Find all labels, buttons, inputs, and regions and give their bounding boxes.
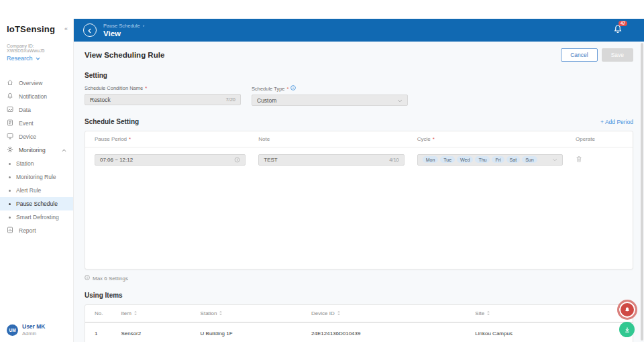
sidebar-subitem-label: Alert Rule <box>16 187 41 194</box>
clock-icon <box>234 157 240 163</box>
delete-period-button[interactable] <box>576 154 623 166</box>
sidebar-subitem-label: Smart Defrosting <box>16 214 59 221</box>
bell-icon <box>7 93 13 101</box>
schedule-type-value: Custom <box>257 97 276 104</box>
required-mark: * <box>433 136 435 142</box>
col-pause-period: Pause Period <box>95 136 127 142</box>
sort-item-header[interactable]: Item <box>121 310 200 317</box>
cell-station: U Building 1F <box>201 330 311 337</box>
notification-badge: 47 <box>619 21 627 27</box>
download-fab-button[interactable] <box>619 322 635 337</box>
sidebar-item-device[interactable]: Device <box>0 130 73 143</box>
sidebar-subitem-smart-defrosting[interactable]: Smart Defrosting <box>0 210 73 224</box>
day-chip-sun[interactable]: Sun <box>522 156 537 163</box>
alarm-fab-button[interactable] <box>617 300 637 320</box>
home-icon <box>7 79 13 87</box>
day-chip-wed[interactable]: Wed <box>457 156 473 163</box>
col-no: No. <box>95 310 103 316</box>
page-content: View Scheduling Rule Cancel Save Setting… <box>74 42 644 342</box>
sidebar-item-label: Device <box>19 133 36 140</box>
sidebar-subitem-alert-rule[interactable]: Alert Rule <box>0 184 73 197</box>
note-value: TEST <box>264 157 277 163</box>
col-cycle: Cycle <box>417 136 431 142</box>
day-chip-thu[interactable]: Thu <box>475 156 490 163</box>
bell-icon <box>613 25 623 36</box>
col-note: Note <box>258 136 270 142</box>
day-chip-mon[interactable]: Mon <box>423 156 439 163</box>
sidebar-item-label: Event <box>19 120 34 127</box>
trash-icon <box>576 154 582 166</box>
gear-icon <box>7 146 13 154</box>
sidebar-collapse-icon[interactable]: « <box>64 25 68 32</box>
document-icon <box>7 119 13 127</box>
app-logo: IoTSensing <box>7 24 55 34</box>
sidebar-subitem-station[interactable]: Station <box>0 157 73 170</box>
bullet-icon <box>9 176 11 178</box>
cancel-button[interactable]: Cancel <box>561 48 597 62</box>
sort-site-header[interactable]: Site <box>475 310 623 317</box>
sidebar-item-report[interactable]: Report <box>0 224 73 237</box>
save-button[interactable]: Save <box>602 48 633 62</box>
schedule-table: Pause Period * Note Cycle * Operate 07:0… <box>85 131 633 269</box>
sidebar-subitem-label: Pause Schedule <box>16 200 58 207</box>
sort-station-header[interactable]: Station <box>201 310 311 317</box>
back-button[interactable] <box>83 23 97 37</box>
info-icon <box>85 275 90 282</box>
note-input[interactable]: TEST 4/10 <box>258 154 404 166</box>
sidebar-item-label: Monitoring <box>19 147 46 154</box>
condition-name-label: Schedule Condition Name <box>85 85 143 91</box>
cell-device-id: 24E124136D010439 <box>311 330 475 337</box>
required-mark: * <box>129 136 131 142</box>
chevron-down-icon <box>36 55 40 62</box>
day-chip-sat[interactable]: Sat <box>506 156 521 163</box>
download-icon <box>624 324 631 336</box>
pause-period-input[interactable]: 07:06 ~ 12:12 <box>95 154 246 166</box>
scrollbar[interactable] <box>641 43 643 341</box>
sort-icon <box>337 310 341 317</box>
sidebar-item-notification[interactable]: Notification <box>0 90 73 103</box>
add-period-button[interactable]: + Add Period <box>600 119 633 125</box>
sidebar-item-data[interactable]: Data <box>0 103 73 117</box>
bullet-icon <box>9 203 11 205</box>
bullet-icon <box>9 190 11 192</box>
workspace-name: Research <box>7 55 33 62</box>
day-chip-tue[interactable]: Tue <box>440 156 455 163</box>
report-icon <box>7 227 13 235</box>
sidebar-item-label: Report <box>19 227 36 234</box>
sidebar-item-event[interactable]: Event <box>0 117 73 130</box>
setting-section-heading: Setting <box>85 72 633 79</box>
info-icon[interactable] <box>290 85 296 92</box>
sort-icon <box>219 310 223 317</box>
sort-device-id-header[interactable]: Device ID <box>311 310 475 317</box>
required-mark: * <box>145 85 147 91</box>
table-row: 1 Sensor2 U Building 1F 24E124136D010439… <box>85 322 633 342</box>
sidebar-item-monitoring[interactable]: Monitoring <box>0 143 73 157</box>
cycle-select[interactable]: Mon Tue Wed Thu Fri Sat Sun <box>417 154 563 166</box>
user-profile[interactable]: UM User MK Admin <box>7 323 45 337</box>
cell-no: 1 <box>95 330 121 337</box>
sidebar-subitem-label: Station <box>16 160 34 167</box>
using-items-heading: Using Items <box>85 292 633 299</box>
day-chip-fri[interactable]: Fri <box>492 156 504 163</box>
condition-name-input[interactable]: Restock 7/20 <box>85 94 241 105</box>
max-settings-note: Max 6 Settings <box>93 276 128 282</box>
sidebar-item-overview[interactable]: Overview <box>0 76 73 90</box>
sidebar-subitem-label: Monitoring Rule <box>16 174 56 180</box>
breadcrumb-item[interactable]: Pause Schedule <box>103 23 140 29</box>
cell-item: Sensor2 <box>121 330 200 337</box>
user-name: User MK <box>22 323 45 330</box>
monitor-icon <box>7 133 13 141</box>
sidebar-subitem-monitoring-rule[interactable]: Monitoring Rule <box>0 170 73 184</box>
notification-bell-button[interactable]: 47 <box>613 24 623 37</box>
page-title: View Scheduling Rule <box>85 51 164 59</box>
sidebar-item-label: Data <box>19 107 31 113</box>
workspace-selector[interactable]: Research <box>7 55 66 62</box>
sidebar-subitem-pause-schedule[interactable]: Pause Schedule <box>0 197 73 210</box>
chevron-down-icon <box>397 97 402 104</box>
note-counter: 4/10 <box>389 157 399 163</box>
required-mark: * <box>286 86 288 92</box>
schedule-type-select[interactable]: Custom <box>252 95 408 106</box>
image-icon <box>7 106 13 114</box>
breadcrumb[interactable]: Pause Schedule › <box>103 23 144 29</box>
breadcrumb-separator: › <box>143 23 145 29</box>
